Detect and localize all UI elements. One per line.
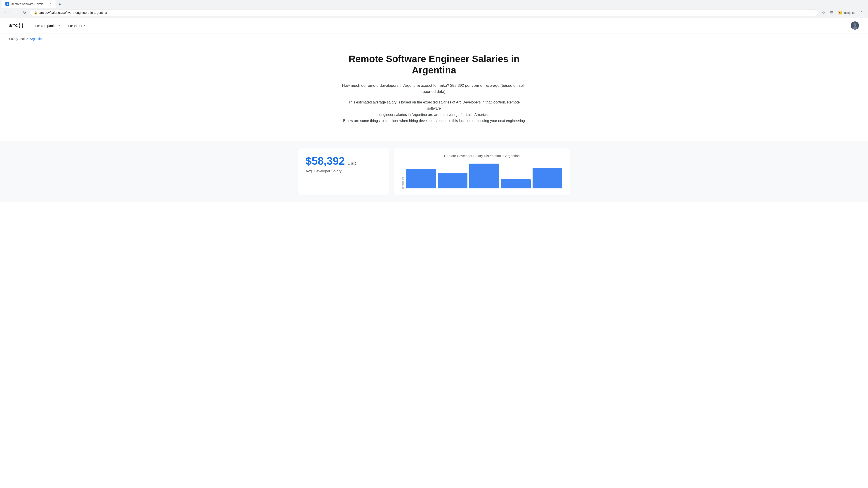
stats-container: $58,392 USD Avg. Developer Salary Remote… [298,149,569,195]
tab-favicon: a [5,2,9,6]
chart-y-axis-label: developers [401,177,404,189]
breadcrumb-parent-link[interactable]: Salary Tool [9,37,25,41]
chart-area: developers [401,162,562,189]
salary-currency: USD [348,161,356,166]
stats-section: $58,392 USD Avg. Developer Salary Remote… [0,141,868,202]
chart-bar-4 [501,180,531,189]
nav-links: For companies ▾ For talent ▾ [31,22,851,29]
svg-point-1 [854,23,856,26]
browser-chrome: a Remote Software Developer Sa... ✕ + ← … [0,0,868,18]
tab-close-button[interactable]: ✕ [49,2,53,6]
for-talent-chevron-icon: ▾ [84,24,85,27]
tab-title: Remote Software Developer Sa... [11,2,46,6]
extensions-button[interactable]: ☰ [828,9,835,16]
for-talent-label: For talent [68,24,82,28]
page-title: Remote Software Engineer Salaries in Arg… [341,53,527,76]
active-tab[interactable]: a Remote Software Developer Sa... ✕ [2,0,56,8]
avatar-image [851,22,859,30]
hero-description-line2: engineer salaries in Argentina are aroun… [341,111,527,118]
hero-section: Remote Software Engineer Salaries in Arg… [332,44,536,137]
breadcrumb: Salary Tool > Argentina [0,33,868,44]
salary-amount: $58,392 [306,155,345,167]
reload-button[interactable]: ↻ [21,9,28,16]
breadcrumb-current: Argentina [30,37,43,41]
site-navigation: arc() For companies ▾ For talent ▾ [0,18,868,33]
address-bar[interactable]: 🔒 arc.dev/salaries/software-engineers-in… [30,9,818,16]
for-companies-label: For companies [35,24,57,28]
site-logo[interactable]: arc() [9,23,24,29]
chart-bars [406,162,562,189]
salary-label: Avg. Developer Salary [306,169,381,173]
hero-description-line3: Below are some things to consider when h… [341,118,527,130]
bookmark-button[interactable]: ☆ [820,9,827,16]
security-icon: 🔒 [34,11,37,14]
chart-bar-2 [438,173,467,189]
chart-bar-5 [532,168,562,188]
incognito-badge: 😿 Incognito [836,10,857,16]
for-companies-nav-link[interactable]: For companies ▾ [31,22,63,29]
more-options-button[interactable]: ⋮ [858,9,865,16]
for-companies-chevron-icon: ▾ [59,24,60,27]
avg-salary-card: $58,392 USD Avg. Developer Salary [298,149,389,195]
hero-description-line1: This estimated average salary is based o… [341,99,527,111]
chart-bar-1 [406,169,436,188]
forward-button[interactable]: → [12,9,19,16]
browser-toolbar: ← → ↻ 🔒 arc.dev/salaries/software-engine… [0,8,868,18]
incognito-icon: 😿 [838,11,842,15]
breadcrumb-separator: > [26,37,28,40]
salary-distribution-chart-card: Remote Developer Salary Distribution in … [394,149,569,195]
chart-title: Remote Developer Salary Distribution in … [401,154,562,158]
nav-right [851,22,859,30]
for-talent-nav-link[interactable]: For talent ▾ [64,22,88,29]
salary-amount-row: $58,392 USD [306,156,381,166]
tab-bar: a Remote Software Developer Sa... ✕ + [0,0,868,8]
hero-subtitle: How much do remote developers in Argenti… [341,83,527,95]
back-button[interactable]: ← [3,9,10,16]
chart-bar-3 [469,164,499,188]
user-avatar[interactable] [851,22,859,30]
page-content: arc() For companies ▾ For talent ▾ Sala [0,18,868,486]
url-text: arc.dev/salaries/software-engineers-in-a… [39,11,814,14]
new-tab-button[interactable]: + [57,1,63,8]
incognito-label: Incognito [843,11,855,14]
toolbar-actions: ☆ ☰ 😿 Incognito ⋮ [820,9,865,16]
